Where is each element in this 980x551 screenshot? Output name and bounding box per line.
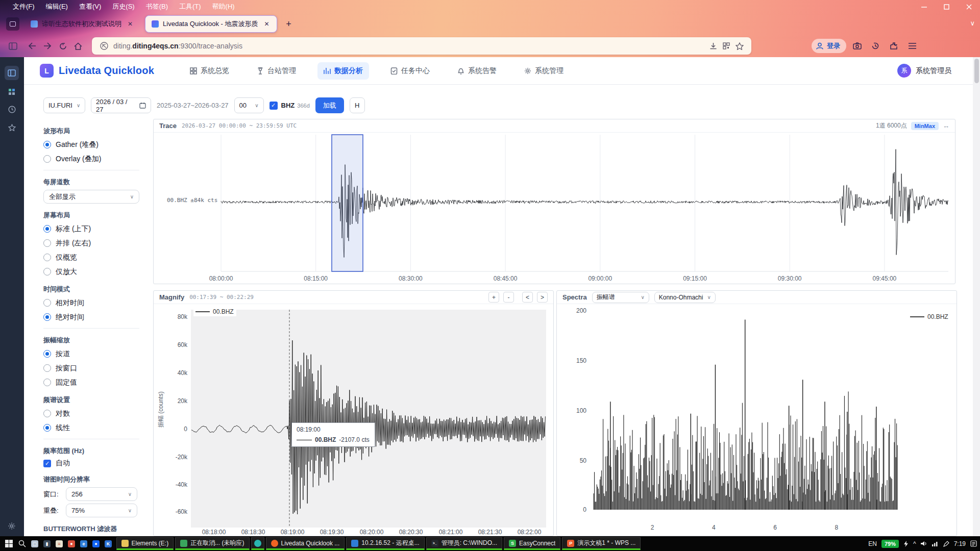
radio-按窗口[interactable]: 按窗口	[43, 362, 139, 374]
taskbar-button-1[interactable]: Elements (E:)	[116, 537, 174, 550]
radio-并排 (左右)[interactable]: 并排 (左右)	[43, 237, 139, 249]
minimize-button[interactable]	[913, 0, 935, 13]
start-button[interactable]	[2, 537, 15, 550]
checkbox-自动[interactable]: ✓自动	[43, 459, 139, 468]
spectrum-type-select[interactable]: 振幅谱∨	[592, 292, 649, 303]
pinned-app-icon-5[interactable]: e	[78, 538, 90, 550]
pinned-app-icon-7[interactable]: K	[102, 538, 114, 550]
network-icon[interactable]	[932, 541, 939, 546]
user-box[interactable]: 系 系统管理员	[897, 64, 951, 78]
app-nav-1[interactable]: 系统总览	[184, 62, 235, 80]
hour-select[interactable]: 00∨	[234, 97, 264, 113]
app-nav-4[interactable]: 任务中心	[384, 62, 436, 80]
radio-绝对时间[interactable]: 绝对时间	[43, 311, 139, 323]
clock[interactable]: 7:19	[954, 540, 966, 547]
shield-permissions-icon[interactable]	[100, 42, 108, 50]
select-重叠:[interactable]: 75%∨	[66, 504, 137, 517]
pen-icon[interactable]	[943, 541, 949, 547]
pinned-app-icon-1[interactable]: ▢	[29, 538, 41, 550]
app-nav-2[interactable]: 台站管理	[251, 62, 302, 80]
volume-icon[interactable]	[921, 541, 927, 546]
taskbar-button-7[interactable]: SEasyConnect	[504, 537, 560, 550]
pan-icon[interactable]: ↔	[943, 122, 949, 130]
taskbar-button-5[interactable]: 10.2.16.52 - 远程桌...	[346, 537, 424, 550]
spectra-chart[interactable]: 200150100500246800.BHZ	[557, 304, 957, 536]
radio-Gather (堆叠)[interactable]: Gather (堆叠)	[43, 139, 139, 151]
h-button[interactable]: H	[350, 97, 365, 113]
trace-chart[interactable]: 08:00:0008:15:0008:30:0008:45:0009:00:00…	[154, 133, 955, 284]
browser-tab-2[interactable]: Livedata Quicklook - 地震波形质✕	[145, 15, 277, 33]
save-page-icon[interactable]	[706, 39, 720, 53]
zoom-out-button[interactable]: -	[503, 292, 514, 303]
app-nav-5[interactable]: 系统告警	[451, 62, 503, 80]
screenshot-camera-icon[interactable]	[849, 38, 865, 54]
radio-Overlay (叠加)[interactable]: Overlay (叠加)	[43, 153, 139, 165]
app-nav-3[interactable]: 数据分析	[317, 62, 369, 80]
tray-expand-chevron[interactable]: ^	[913, 540, 916, 547]
new-tab-button[interactable]: +	[281, 16, 297, 32]
zoom-in-button[interactable]: +	[488, 292, 499, 303]
browser-tab-1[interactable]: 谛听生态软件初次测试说明✕	[24, 15, 140, 33]
menu-书签B[interactable]: 书签(B)	[141, 1, 173, 13]
radio-线性[interactable]: 线性	[43, 422, 139, 434]
menu-帮助H[interactable]: 帮助(H)	[208, 1, 239, 13]
radio-仅概览[interactable]: 仅概览	[43, 252, 139, 263]
tab-close-icon[interactable]: ✕	[126, 19, 135, 29]
search-icon[interactable]	[15, 537, 29, 550]
pan-right-button[interactable]: >	[537, 292, 548, 303]
battery-indicator[interactable]: 79%	[881, 540, 899, 548]
maximize-button[interactable]	[935, 0, 958, 13]
ime-language-indicator[interactable]: EN	[868, 540, 877, 547]
minmax-badge[interactable]: MinMax	[911, 122, 939, 130]
date-input[interactable]: 2026 / 03 / 27	[91, 97, 151, 113]
list-all-tabs-button[interactable]: ∨	[970, 19, 975, 27]
panel-layout-icon[interactable]	[5, 66, 19, 80]
page-scrollbar[interactable]	[973, 57, 980, 536]
taskbar-button-4[interactable]: Livedata Quicklook ...	[266, 537, 345, 550]
pinned-app-icon-4[interactable]: ●	[65, 538, 78, 550]
reload-button[interactable]	[55, 38, 70, 54]
tab-close-icon[interactable]: ✕	[262, 19, 271, 29]
account-login-button[interactable]: 登录	[812, 39, 846, 53]
history-icon[interactable]	[868, 38, 883, 54]
qr-extension-icon[interactable]	[720, 39, 733, 53]
favorites-star-icon[interactable]	[5, 120, 19, 135]
radio-对数[interactable]: 对数	[43, 408, 139, 419]
pinned-app-icon-6[interactable]: ●	[90, 538, 102, 550]
menu-工具T[interactable]: 工具(T)	[175, 1, 206, 13]
selection-window[interactable]	[332, 135, 363, 271]
history-clock-icon[interactable]	[5, 102, 19, 116]
modules-grid-icon[interactable]	[5, 85, 19, 99]
radio-仅放大[interactable]: 仅放大	[43, 266, 139, 278]
pinned-app-icon-2[interactable]: ▮	[41, 538, 53, 550]
taskbar-button-6[interactable]: >_管理员: C:\WINDO...	[426, 537, 502, 550]
radio-标准 (上下)[interactable]: 标准 (上下)	[43, 223, 139, 235]
smoothing-select[interactable]: Konno-Ohmachi∨	[654, 292, 716, 303]
magnify-chart[interactable]: 80k60k40k20k0-20k-40k-60k08:18:0008:18:3…	[154, 304, 553, 536]
radio-相对时间[interactable]: 相对时间	[43, 297, 139, 309]
taskbar-button-3[interactable]	[251, 537, 264, 550]
close-button[interactable]	[958, 0, 980, 13]
channel-checkbox[interactable]: ✓	[270, 102, 278, 110]
forward-button[interactable]	[40, 38, 55, 54]
menu-文件F[interactable]: 文件(F)	[8, 1, 39, 13]
pan-left-button[interactable]: <	[522, 292, 533, 303]
radio-固定值[interactable]: 固定值	[43, 377, 139, 388]
notifications-icon[interactable]	[970, 540, 977, 547]
taskbar-button-8[interactable]: P演示文稿1 * - WPS ...	[562, 537, 641, 550]
extensions-puzzle-icon[interactable]	[886, 38, 901, 54]
menu-历史S[interactable]: 历史(S)	[108, 1, 139, 13]
taskbar-button-2[interactable]: 正在取消... (未响应)	[175, 537, 249, 550]
settings-gear-icon[interactable]	[5, 519, 19, 533]
select-窗口:[interactable]: 256∨	[66, 487, 137, 501]
menu-查看V[interactable]: 查看(V)	[75, 1, 106, 13]
menu-编辑E[interactable]: 编辑(E)	[41, 1, 72, 13]
select-每屏道数[interactable]: 全部显示∨	[43, 190, 139, 204]
app-nav-6[interactable]: 系统管理	[518, 62, 570, 80]
menu-hamburger-icon[interactable]	[904, 38, 920, 54]
sidebar-toggle-icon[interactable]	[5, 38, 20, 54]
pinned-app-icon-3[interactable]: ≡	[53, 538, 65, 550]
station-select[interactable]: IU.FURI∨	[43, 97, 85, 113]
load-button[interactable]: 加载	[315, 97, 344, 113]
bookmark-star-icon[interactable]	[733, 39, 746, 53]
